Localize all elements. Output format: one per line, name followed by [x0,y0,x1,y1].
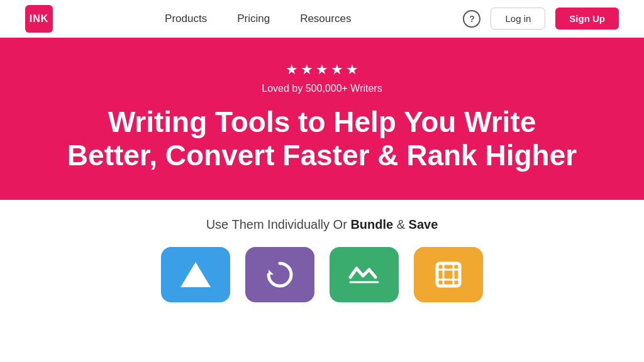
frame-icon [431,257,466,292]
main-nav: Products Pricing Resources [53,13,463,25]
product-icon-2[interactable] [245,247,314,302]
triangle-icon [178,257,213,292]
star-5: ★ [346,62,358,78]
svg-marker-0 [180,262,211,287]
product-icons-row [25,247,619,302]
bundle-prefix: Use Them Individually Or [206,217,351,231]
help-icon[interactable]: ? [463,10,480,28]
bundle-mid: & [393,217,408,231]
login-button[interactable]: Log in [491,8,545,30]
site-header: INK Products Pricing Resources ? Log in … [0,0,644,38]
star-3: ★ [316,62,328,78]
product-icon-3[interactable] [330,247,399,302]
product-icon-4[interactable] [414,247,483,302]
save-word: Save [409,217,438,231]
signup-button[interactable]: Sign Up [555,8,619,30]
nav-right: ? Log in Sign Up [463,8,619,30]
bundle-word: Bundle [350,217,393,231]
svg-marker-1 [269,270,274,275]
product-icon-1[interactable] [161,247,230,302]
star-1: ★ [286,62,298,78]
star-4: ★ [331,62,343,78]
hero-subtitle: Loved by 500,000+ Writers [262,83,382,94]
logo-text: INK [30,13,49,25]
star-2: ★ [301,62,313,78]
refresh-icon [262,257,297,292]
bundle-tagline: Use Them Individually Or Bundle & Save [25,217,619,232]
below-hero-section: Use Them Individually Or Bundle & Save [0,200,644,302]
star-rating: ★ ★ ★ ★ ★ [286,62,358,78]
nav-resources[interactable]: Resources [300,13,351,25]
wave-icon [347,257,382,292]
hero-section: ★ ★ ★ ★ ★ Loved by 500,000+ Writers Writ… [0,38,644,200]
svg-rect-3 [437,263,460,286]
logo[interactable]: INK [25,5,53,33]
nav-products[interactable]: Products [165,13,207,25]
hero-title: Writing Tools to Help You Write Better, … [64,106,580,172]
nav-pricing[interactable]: Pricing [237,13,270,25]
